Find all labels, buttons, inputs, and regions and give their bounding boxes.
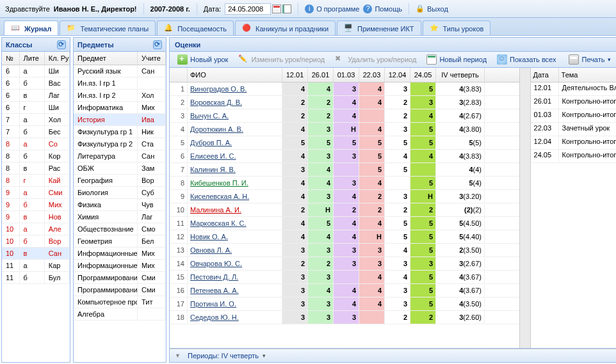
about-button[interactable]: iО программе (305, 4, 359, 13)
topic-row[interactable]: 12.04Контрольно-итогоМа (531, 136, 616, 150)
subjects-grid[interactable]: Русский языкСанИн.яз. I гр 1Ин.яз. I гр … (74, 65, 166, 362)
tab-plans[interactable]: 📁Тематические планы (60, 20, 156, 35)
grade-row[interactable]: 16Петенева А. А.3444354 (3.67) (170, 284, 519, 297)
class-row[interactable]: 9аСми (2, 187, 70, 199)
subject-row[interactable]: Ин.яз. I гр 2Хол (74, 90, 166, 102)
student-link[interactable]: Малинина А. И. (188, 203, 282, 216)
class-row[interactable]: 9вНов (2, 211, 70, 223)
tab-journal[interactable]: 📖Журнал (4, 20, 58, 35)
subject-row[interactable]: ОБЖЗам (74, 162, 166, 175)
subject-row[interactable]: ЛитератураСан (74, 150, 166, 162)
subject-row[interactable]: Информационные тМих (74, 248, 166, 260)
subject-row[interactable]: ГеометрияБел (74, 235, 166, 248)
new-lesson-button[interactable]: Новый урок (174, 52, 232, 67)
student-link[interactable]: Овнова Л. А. (188, 244, 282, 257)
subject-row[interactable]: ПрограммированиеСми (74, 272, 166, 284)
student-link[interactable]: Новик О. А. (188, 230, 282, 243)
class-row[interactable]: 8вРас (2, 162, 70, 175)
student-link[interactable]: Марковская К. С. (188, 217, 282, 230)
student-link[interactable]: Кибешенков П. И. (188, 177, 282, 189)
class-row[interactable]: 11аКар (2, 260, 70, 272)
grade-row[interactable]: 7Калинин Я. В.34554 (4) (170, 163, 519, 177)
class-row[interactable]: 8бКор (2, 150, 70, 162)
grade-row[interactable]: 10Малинина А. И.2Н2222(2) (2) (170, 203, 519, 217)
help-button[interactable]: ?Помощь (363, 4, 402, 13)
topic-row[interactable]: 24.05Контрольно-итогоМа (531, 150, 616, 163)
class-row[interactable]: 6гШи (2, 102, 70, 114)
student-link[interactable]: Доротюкин А. В. (188, 123, 282, 136)
refresh-icon[interactable] (153, 40, 162, 49)
student-link[interactable]: Петенева А. А. (188, 284, 282, 297)
class-row[interactable]: 10аАле (2, 223, 70, 235)
subject-row[interactable]: ИнформатикаМих (74, 102, 166, 114)
subject-row[interactable]: ПрограммированиеСми (74, 284, 166, 296)
class-row[interactable]: 7бБес (2, 126, 70, 138)
tab-ikt[interactable]: 🖥️Применение ИКТ (337, 20, 421, 35)
subject-row[interactable]: Компьютерное проТит (74, 296, 166, 308)
today-icon[interactable] (282, 4, 291, 13)
class-row[interactable]: 7аХол (2, 114, 70, 126)
grade-row[interactable]: 18Седедов Ю. Н.333223 (2.60) (170, 311, 519, 324)
grade-row[interactable]: 17Протина И. О.3344354 (3.50) (170, 297, 519, 311)
class-row[interactable]: 9бМих (2, 199, 70, 211)
student-link[interactable]: Овчарова Ю. С. (188, 257, 282, 270)
calendar-icon[interactable] (272, 4, 281, 13)
subject-row[interactable]: ХимияЛаг (74, 211, 166, 223)
grade-row[interactable]: 12Новик О. А.444Н555 (4.40) (170, 230, 519, 244)
print-button[interactable]: Печать▾ (565, 52, 614, 67)
subject-row[interactable]: ГеографияВор (74, 175, 166, 187)
edit-lesson-button[interactable]: ✏️Изменить урок/период (234, 52, 328, 67)
topic-row[interactable]: 01.03Контрольно-итогоМа (531, 109, 616, 123)
student-link[interactable]: Пестович Д. Л. (188, 271, 282, 283)
exit-button[interactable]: 🔒Выход (416, 4, 448, 13)
date-input[interactable] (225, 3, 271, 15)
subject-row[interactable]: Физкультура гр 2Ста (74, 138, 166, 150)
grade-row[interactable]: 5Дубров П. А.5555555 (5) (170, 136, 519, 150)
grade-row[interactable]: 4Доротюкин А. В.43Н4354 (3.80) (170, 123, 519, 136)
grade-row[interactable]: 2Воровская Д. В.2244233 (2.83) (170, 96, 519, 109)
subject-row[interactable]: БиологияСуб (74, 187, 166, 199)
student-link[interactable]: Воровская Д. В. (188, 96, 282, 109)
student-link[interactable]: Калинин Я. В. (188, 163, 282, 176)
student-link[interactable]: Седедов Ю. Н. (188, 311, 282, 324)
grade-row[interactable]: 6Елисеев И. С.4335444 (3.83) (170, 150, 519, 163)
topic-row[interactable]: 12.01Деятельность ВлаМа (531, 83, 616, 96)
grade-row[interactable]: 15Пестович Д. Л.334454 (3.67) (170, 271, 519, 284)
grade-row[interactable]: 11Марковская К. С.4544555 (4.50) (170, 217, 519, 230)
topic-row[interactable]: 22.03Зачетный урокМа (531, 123, 616, 136)
class-row[interactable]: 8аСо (2, 138, 70, 150)
student-link[interactable]: Киселевская А. Н. (188, 190, 282, 203)
scrollbar[interactable] (519, 68, 530, 348)
tab-lesson-types[interactable]: ⭐Типы уроков (423, 20, 491, 35)
filter-icon[interactable] (175, 351, 184, 360)
student-link[interactable]: Елисеев И. С. (188, 150, 282, 162)
subject-row[interactable]: Ин.яз. I гр 1 (74, 77, 166, 90)
subject-row[interactable]: Алгебра (74, 308, 166, 320)
student-link[interactable]: Вычун С. А. (188, 109, 282, 122)
subject-row[interactable]: ОбществознаниеСмо (74, 223, 166, 235)
new-period-button[interactable]: Новый период (423, 52, 490, 67)
class-row[interactable]: 6бВас (2, 77, 70, 90)
subject-row[interactable]: ИсторияИва (74, 114, 166, 126)
grade-row[interactable]: 9Киселевская А. Н.43423Н3 (3.20) (170, 190, 519, 203)
tab-holidays[interactable]: 🔴Каникулы и праздники (235, 20, 336, 35)
student-link[interactable]: Виноградов О. В. (188, 83, 282, 95)
subject-row[interactable]: Русский языкСан (74, 65, 166, 77)
class-row[interactable]: 6вЛаг (2, 90, 70, 102)
grade-row[interactable]: 13Овнова Л. А.3333452 (3.50) (170, 244, 519, 257)
class-row[interactable]: 6аШи (2, 65, 70, 77)
topic-row[interactable]: 26.01Контрольно-итогоМа (531, 96, 616, 109)
class-row[interactable]: 10бВор (2, 235, 70, 248)
grades-grid[interactable]: 1Виноградов О. В.4434354 (3.83)2Воровска… (170, 83, 519, 348)
grade-row[interactable]: 1Виноградов О. В.4434354 (3.83) (170, 83, 519, 96)
student-link[interactable]: Протина И. О. (188, 297, 282, 310)
topics-grid[interactable]: 12.01Деятельность ВлаМа26.01Контрольно-и… (531, 83, 616, 163)
tab-attendance[interactable]: 🔔Посещаемость (157, 20, 234, 35)
period-filter[interactable]: Периоды: IV четверть (188, 352, 259, 360)
class-row[interactable]: 8гКай (2, 175, 70, 187)
grade-row[interactable]: 8Кибешенков П. И.443455 (4) (170, 177, 519, 190)
classes-grid[interactable]: 6аШи6бВас6вЛаг6гШи7аХол7бБес8аСо8бКор8вР… (2, 65, 70, 362)
subject-row[interactable]: Информационные тМих (74, 260, 166, 272)
refresh-icon[interactable] (57, 40, 66, 49)
show-all-button[interactable]: Показать всех (493, 52, 560, 67)
